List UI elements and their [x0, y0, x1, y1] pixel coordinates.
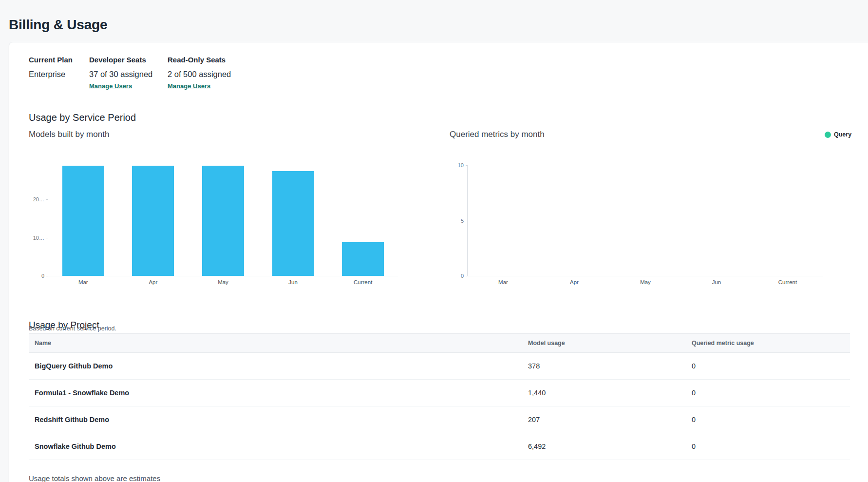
model-usage-cell: 207	[528, 416, 540, 424]
column-header-model-usage: Model usage	[528, 340, 565, 347]
x-axis-tick-label: May	[621, 279, 670, 285]
x-axis-tick-label: Mar	[59, 279, 108, 285]
y-axis-tick-mark	[466, 276, 468, 276]
bar-mar	[62, 166, 104, 276]
queried-metrics-chart: 0510MarAprMayJunCurrent	[467, 165, 823, 276]
chart-legend[interactable]: Query	[825, 131, 851, 138]
legend-label: Query	[834, 131, 851, 138]
readonly-seats-label: Read-Only Seats	[168, 55, 231, 64]
y-axis-tick-mark	[46, 199, 48, 200]
queried-metric-usage-cell: 0	[692, 362, 696, 370]
manage-users-link-developer[interactable]: Manage Users	[89, 82, 132, 90]
models-built-chart: 010…20…MarAprMayJunCurrent	[48, 161, 398, 276]
section-title-usage-by-service-period: Usage by Service Period	[29, 112, 136, 123]
table-body: BigQuery Github Demo3780Formula1 - Snowf…	[29, 353, 850, 460]
projects-table: Name Model usage Queried metric usage Bi…	[29, 333, 850, 473]
usage-estimates-footnote: Usage totals shown above are estimates	[29, 474, 160, 482]
chart-title-queried-metrics: Queried metrics by month	[450, 130, 545, 139]
bar-jun	[272, 171, 314, 276]
billing-card: Current Plan Enterprise Developer Seats …	[9, 42, 868, 482]
y-axis-tick-label: 0	[435, 272, 464, 280]
y-axis-tick-label: 20…	[16, 195, 44, 203]
model-usage-cell: 6,492	[528, 443, 546, 450]
x-axis-tick-label: Current	[339, 279, 387, 285]
y-axis-tick-mark	[466, 221, 468, 221]
bar-apr	[132, 166, 174, 276]
y-axis-tick-mark	[46, 238, 48, 238]
developer-seats-label: Developer Seats	[89, 55, 152, 64]
model-usage-cell: 1,440	[528, 389, 546, 397]
y-axis-tick-mark	[46, 276, 48, 276]
developer-seats-value: 37 of 30 assigned	[89, 69, 152, 79]
page-title: Billing & Usage	[9, 17, 107, 33]
current-plan-cell: Current Plan Enterprise	[29, 55, 73, 79]
table-empty-row	[29, 460, 850, 473]
current-plan-value: Enterprise	[29, 69, 73, 79]
table-row: Formula1 - Snowflake Demo1,4400	[29, 380, 850, 406]
queried-metric-usage-cell: 0	[692, 416, 696, 424]
projects-subtitle: Based on current service period.	[29, 325, 116, 332]
project-name-cell: Snowflake Github Demo	[35, 443, 116, 450]
y-axis-tick-mark	[466, 165, 468, 166]
manage-users-link-readonly[interactable]: Manage Users	[168, 82, 210, 90]
y-axis-tick-label: 0	[16, 272, 44, 280]
developer-seats-cell: Developer Seats 37 of 30 assigned Manage…	[89, 55, 152, 90]
legend-dot-icon	[825, 132, 831, 138]
x-axis-tick-label: Jun	[269, 279, 318, 285]
project-name-cell: Formula1 - Snowflake Demo	[35, 389, 129, 397]
y-axis-tick-label: 10…	[16, 234, 44, 242]
x-axis-tick-label: Jun	[692, 279, 741, 285]
queried-metric-usage-cell: 0	[692, 389, 696, 397]
x-axis-tick-label: May	[199, 279, 247, 285]
table-row: Redshift Github Demo2070	[29, 406, 850, 433]
x-axis-tick-label: Current	[763, 279, 812, 285]
current-plan-label: Current Plan	[29, 55, 73, 64]
project-name-cell: Redshift Github Demo	[35, 416, 109, 424]
queried-metric-usage-cell: 0	[692, 443, 696, 450]
project-name-cell: BigQuery Github Demo	[35, 362, 113, 370]
model-usage-cell: 378	[528, 362, 540, 370]
readonly-seats-cell: Read-Only Seats 2 of 500 assigned Manage…	[168, 55, 231, 90]
y-axis-tick-label: 5	[435, 217, 464, 225]
bar-current	[342, 242, 384, 276]
table-header-row: Name Model usage Queried metric usage	[29, 333, 850, 353]
table-row: Snowflake Github Demo6,4920	[29, 433, 850, 460]
x-axis-tick-label: Apr	[550, 279, 599, 285]
table-row: BigQuery Github Demo3780	[29, 353, 850, 380]
bar-may	[202, 166, 244, 276]
readonly-seats-value: 2 of 500 assigned	[168, 69, 231, 79]
chart-title-models-built: Models built by month	[29, 130, 109, 139]
x-axis-tick-label: Apr	[129, 279, 177, 285]
column-header-name: Name	[35, 340, 51, 347]
column-header-queried-metric-usage: Queried metric usage	[692, 340, 754, 347]
x-axis-tick-label: Mar	[479, 279, 528, 285]
y-axis-tick-label: 10	[435, 161, 464, 169]
